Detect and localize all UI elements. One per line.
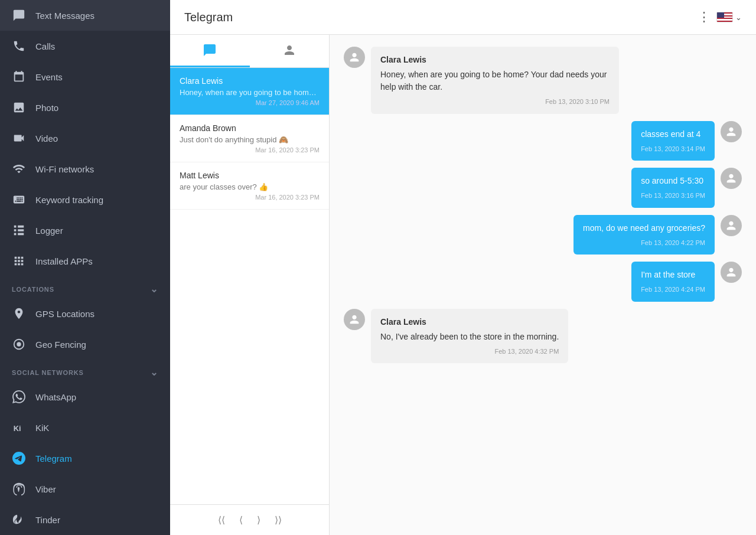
message-row: Clara Lewis Honey, when are you going to… [344,47,742,114]
main-area: Telegram ⋮ ⌄ Clara Lewis [170,0,756,535]
conv-date: Mar 27, 2020 9:46 AM [180,99,320,106]
sidebar-item-label: GPS Locations [35,309,94,319]
phone-icon [12,39,26,53]
conv-name: Matt Lewis [180,171,320,180]
header: Telegram ⋮ ⌄ [170,0,756,35]
sidebar-item-whatsapp[interactable]: WhatsApp [0,381,170,412]
conv-date: Mar 16, 2020 3:23 PM [180,146,320,154]
message-text: I'm at the store [641,269,705,281]
telegram-icon [12,451,26,465]
conv-preview: Just don't do anything stupid 🙈 [180,135,320,144]
more-options-button[interactable]: ⋮ [698,9,711,25]
whatsapp-icon [12,390,26,404]
flag-icon [716,12,733,22]
sidebar-item-tinder[interactable]: Tinder [0,504,170,535]
pagination-first[interactable]: ⟨⟨ [213,512,230,528]
pagination-next[interactable]: ⟩ [252,512,265,528]
sidebar-item-photo[interactable]: Photo [0,92,170,123]
message-sender: Clara Lewis [380,316,559,328]
pagination: ⟨⟨ ⟨ ⟩ ⟩⟩ [170,504,329,535]
sidebar-item-installed-apps[interactable]: Installed APPs [0,246,170,276]
conversation-item-amanda[interactable]: Amanda Brown Just don't do anything stup… [170,115,329,162]
sidebar-item-geofencing[interactable]: Geo Fencing [0,329,170,360]
avatar [344,309,365,330]
conv-date: Mar 16, 2020 3:23 PM [180,194,320,201]
message-bubble: so around 5-5:30 Feb 13, 2020 3:16 PM [631,168,715,208]
message-time: Feb 13, 2020 3:16 PM [641,191,705,201]
sidebar-item-label: Logger [35,226,63,236]
sidebar-item-gps[interactable]: GPS Locations [0,298,170,329]
messages-area: Clara Lewis Honey, when are you going to… [330,35,756,535]
sidebar-item-kik[interactable]: Ki KiK [0,412,170,443]
social-section: SOCIAL NETWORKS ⌄ [0,360,170,381]
conversation-list: Clara Lewis Honey, when are you going to… [170,35,330,535]
message-time: Feb 13, 2020 3:14 PM [641,144,705,154]
sidebar-item-label: Video [35,133,58,143]
svg-point-1 [17,342,21,346]
sidebar-item-wifi[interactable]: Wi-Fi networks [0,154,170,184]
tab-contacts[interactable] [250,35,330,67]
conversation-item-clara[interactable]: Clara Lewis Honey, when are you going to… [170,68,329,115]
page-title: Telegram [184,11,233,24]
sidebar-item-label: Photo [35,103,58,113]
sidebar-item-label: Text Messages [35,11,94,21]
pagination-last[interactable]: ⟩⟩ [270,512,286,528]
conv-name: Amanda Brown [180,123,320,133]
message-bubble: Clara Lewis Honey, when are you going to… [371,47,619,114]
photo-icon [12,100,26,115]
sidebar-item-label: Installed APPs [35,256,93,266]
message-time: Feb 13, 2020 4:24 PM [641,285,705,295]
avatar [721,215,742,236]
message-time: Feb 13, 2020 3:10 PM [380,97,610,107]
logger-icon [12,223,26,237]
pagination-prev[interactable]: ⟨ [234,512,247,528]
conv-name: Clara Lewis [180,76,320,86]
sidebar-item-label: Keyword tracking [35,195,103,205]
message-sender: Clara Lewis [380,54,610,66]
sidebar-item-label: Tinder [35,515,60,525]
locations-chevron[interactable]: ⌄ [150,283,158,295]
conversation-item-matt[interactable]: Matt Lewis are your classes over? 👍 Mar … [170,162,329,210]
conv-preview: Honey, when are you going to be home… [180,88,320,97]
message-row: classes end at 4 Feb 13, 2020 3:14 PM [344,121,742,161]
sidebar-item-label: Wi-Fi networks [35,164,94,174]
sidebar-item-video[interactable]: Video [0,123,170,154]
locations-label: LOCATIONS [12,286,54,293]
message-bubble: I'm at the store Feb 13, 2020 4:24 PM [631,262,715,302]
message-text: so around 5-5:30 [641,175,705,187]
sidebar-item-calls[interactable]: Calls [0,31,170,61]
avatar [721,168,742,189]
message-text: mom, do we need any groceries? [583,222,705,234]
tab-messages[interactable] [170,35,250,67]
sidebar-item-label: WhatsApp [35,392,76,402]
social-label: SOCIAL NETWORKS [12,369,84,376]
sidebar-item-telegram[interactable]: Telegram [0,443,170,474]
message-text: No, I've already been to the store in th… [380,331,559,343]
sidebar-item-label: Geo Fencing [35,340,86,350]
message-bubble: classes end at 4 Feb 13, 2020 3:14 PM [631,121,715,161]
sidebar-item-label: Viber [35,484,56,494]
message-row: mom, do we need any groceries? Feb 13, 2… [344,215,742,255]
conversation-items: Clara Lewis Honey, when are you going to… [170,68,329,504]
apps-icon [12,254,26,268]
sidebar-item-logger[interactable]: Logger [0,215,170,246]
viber-icon [12,482,26,496]
calendar-icon [12,70,26,84]
message-row: so around 5-5:30 Feb 13, 2020 3:16 PM [344,168,742,208]
language-selector[interactable]: ⌄ [716,12,742,22]
sidebar-item-label: Telegram [35,454,72,464]
sidebar-item-text-messages[interactable]: Text Messages [0,0,170,31]
conv-preview: are your classes over? 👍 [180,182,320,191]
keyboard-icon [12,193,26,207]
sidebar-item-keyword-tracking[interactable]: Keyword tracking [0,184,170,215]
video-icon [12,131,26,145]
kik-icon: Ki [12,420,26,435]
wifi-icon [12,162,26,176]
message-time: Feb 13, 2020 4:32 PM [380,347,559,357]
sidebar-item-events[interactable]: Events [0,61,170,92]
tinder-icon [12,513,26,527]
sidebar-item-viber[interactable]: Viber [0,474,170,504]
sidebar-item-label: Events [35,72,63,82]
social-chevron[interactable]: ⌄ [150,367,158,378]
message-time: Feb 13, 2020 4:22 PM [583,238,705,248]
